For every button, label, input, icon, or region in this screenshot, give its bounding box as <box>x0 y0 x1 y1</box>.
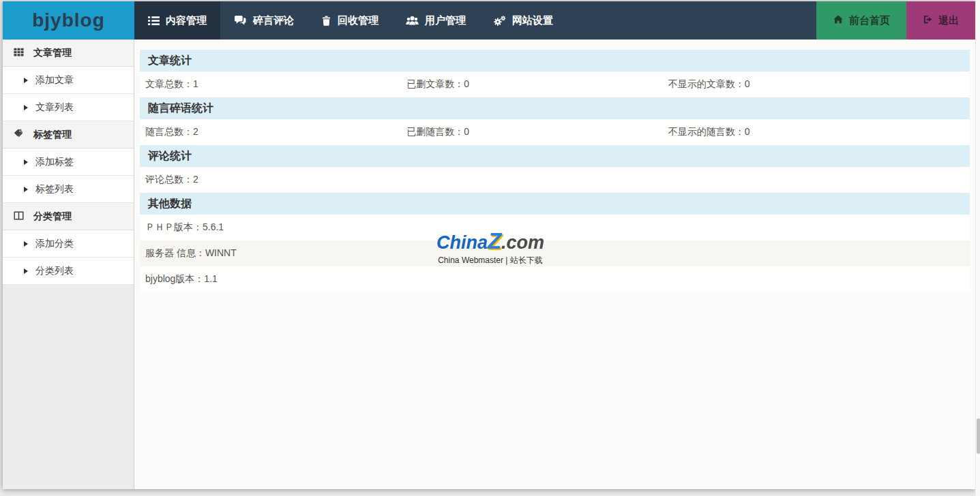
section-mood-stats: 随言碎语统计 随言总数：2 已删随言数：0 不显示的随言数：0 <box>140 97 970 145</box>
columns-icon <box>14 211 24 223</box>
stat-php-version: ＰＨＰ版本：5.6.1 <box>140 215 970 241</box>
caret-right-icon <box>24 241 28 247</box>
app-window: bjyblog 内容管理 碎言评论 回收管理 <box>3 1 975 489</box>
comments-icon <box>234 15 247 27</box>
sidebar-item-category-list[interactable]: 分类列表 <box>3 258 134 285</box>
stat-row: bjyblog版本：1.1 <box>140 266 970 292</box>
gears-icon <box>493 15 506 27</box>
sidebar-group-label: 分类管理 <box>33 211 72 223</box>
vertical-scrollbar[interactable] <box>975 0 980 496</box>
sidebar-item-label: 分类列表 <box>35 265 74 277</box>
stat-row: 评论总数：2 <box>140 167 970 193</box>
users-icon <box>406 15 419 27</box>
sidebar-item-label: 添加文章 <box>35 74 74 87</box>
sidebar-item-label: 添加分类 <box>35 238 74 250</box>
stat-article-hidden: 不显示的文章数：0 <box>663 72 970 97</box>
sidebar-group-category-management[interactable]: 分类管理 <box>3 203 134 230</box>
sidebar-group-label: 标签管理 <box>33 129 72 141</box>
section-title: 文章统计 <box>140 50 970 72</box>
sidebar-item-add-category[interactable]: 添加分类 <box>3 230 134 258</box>
frontend-home-button[interactable]: 前台首页 <box>816 1 906 40</box>
scrollbar-thumb[interactable] <box>977 418 980 454</box>
stat-server-info: 服务器 信息：WINNT <box>140 241 970 266</box>
stat-row: 服务器 信息：WINNT <box>140 241 970 266</box>
stat-mood-deleted: 已删随言数：0 <box>401 119 662 145</box>
nav-item-label: 用户管理 <box>425 14 466 27</box>
app-logo[interactable]: bjyblog <box>3 1 134 40</box>
app-body: 文章管理 添加文章 文章列表 标签管理 添加标签 <box>3 40 975 489</box>
logout-button[interactable]: 退出 <box>906 1 975 40</box>
nav-item-comments[interactable]: 碎言评论 <box>220 1 308 40</box>
sidebar-item-label: 添加标签 <box>35 156 74 168</box>
section-title: 评论统计 <box>140 145 970 167</box>
section-title: 其他数据 <box>140 193 970 215</box>
sidebar: 文章管理 添加文章 文章列表 标签管理 添加标签 <box>3 40 134 489</box>
nav-item-recycle[interactable]: 回收管理 <box>308 1 392 40</box>
topbar-actions: 前台首页 退出 <box>816 1 975 40</box>
nav-item-label: 网站设置 <box>512 14 553 27</box>
sidebar-item-article-list[interactable]: 文章列表 <box>3 94 134 121</box>
stat-comment-total: 评论总数：2 <box>140 167 970 193</box>
section-other-data: 其他数据 ＰＨＰ版本：5.6.1 服务器 信息：WINNT bjyblog版本：… <box>140 193 970 292</box>
sidebar-item-tag-list[interactable]: 标签列表 <box>3 176 134 203</box>
stat-article-total: 文章总数：1 <box>140 72 401 97</box>
sidebar-group-article-management[interactable]: 文章管理 <box>3 40 134 67</box>
nav-item-label: 碎言评论 <box>253 14 294 27</box>
stat-article-deleted: 已删文章数：0 <box>401 72 662 97</box>
sidebar-item-label: 标签列表 <box>35 183 74 196</box>
section-comment-stats: 评论统计 评论总数：2 <box>140 145 970 193</box>
tags-icon <box>14 129 24 141</box>
caret-right-icon <box>24 187 28 192</box>
caret-right-icon <box>24 78 28 83</box>
sidebar-item-add-tag[interactable]: 添加标签 <box>3 149 134 176</box>
main-content: 文章统计 文章总数：1 已删文章数：0 不显示的文章数：0 随言碎语统计 随言总… <box>134 40 975 489</box>
section-article-stats: 文章统计 文章总数：1 已删文章数：0 不显示的文章数：0 <box>140 50 970 97</box>
home-icon <box>833 14 844 27</box>
stat-row: 文章总数：1 已删文章数：0 不显示的文章数：0 <box>140 72 970 97</box>
logout-label: 退出 <box>938 14 959 27</box>
main-nav: 内容管理 碎言评论 回收管理 用户管理 <box>134 1 816 40</box>
topbar: bjyblog 内容管理 碎言评论 回收管理 <box>3 1 975 40</box>
section-title: 随言碎语统计 <box>140 97 970 119</box>
caret-right-icon <box>24 105 28 110</box>
stat-row: 随言总数：2 已删随言数：0 不显示的随言数：0 <box>140 119 970 145</box>
nav-item-label: 内容管理 <box>166 14 207 27</box>
nav-item-content-management[interactable]: 内容管理 <box>134 1 220 40</box>
trash-icon <box>321 15 331 27</box>
frontend-home-label: 前台首页 <box>849 14 890 27</box>
sign-out-icon <box>923 14 933 27</box>
grid-icon <box>14 47 24 59</box>
caret-right-icon <box>24 268 28 274</box>
sidebar-item-add-article[interactable]: 添加文章 <box>3 67 134 94</box>
nav-item-site-settings[interactable]: 网站设置 <box>479 1 567 40</box>
nav-item-users[interactable]: 用户管理 <box>392 1 479 40</box>
caret-right-icon <box>24 159 28 165</box>
stat-mood-total: 随言总数：2 <box>140 119 401 145</box>
stat-mood-hidden: 不显示的随言数：0 <box>663 119 970 145</box>
sidebar-group-label: 文章管理 <box>33 47 72 59</box>
sidebar-item-label: 文章列表 <box>35 102 74 114</box>
list-icon <box>148 15 160 27</box>
nav-item-label: 回收管理 <box>338 14 378 27</box>
stat-bjyblog-version: bjyblog版本：1.1 <box>140 266 970 292</box>
sidebar-group-tag-management[interactable]: 标签管理 <box>3 121 134 149</box>
stat-row: ＰＨＰ版本：5.6.1 <box>140 215 970 241</box>
